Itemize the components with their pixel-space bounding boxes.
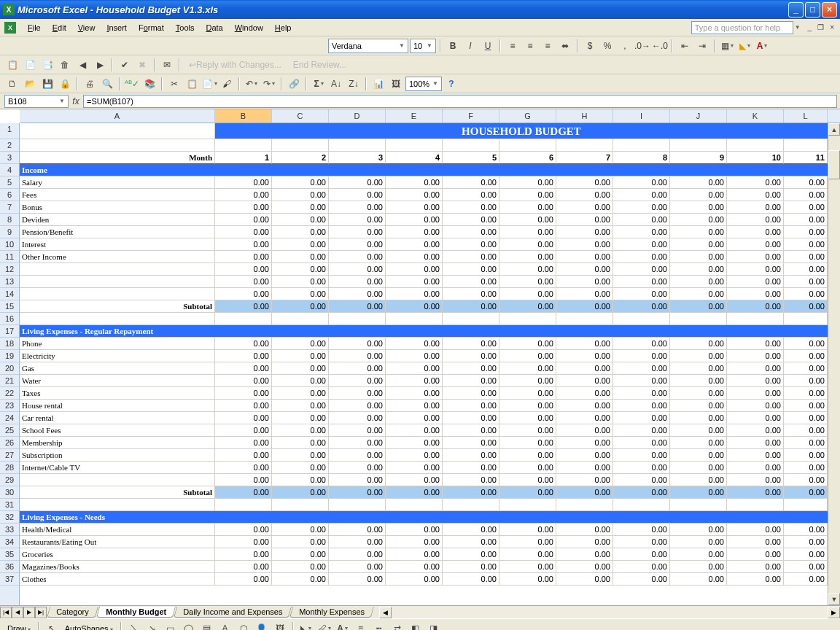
reject-change-icon[interactable]: ✖ <box>134 57 150 73</box>
cell[interactable]: 0.00 <box>329 561 386 573</box>
cell[interactable] <box>499 313 556 325</box>
cell[interactable]: 0.00 <box>499 462 556 474</box>
maximize-button[interactable]: □ <box>805 2 820 18</box>
cell[interactable]: 0.00 <box>499 573 556 586</box>
excel-doc-icon[interactable]: X <box>4 22 16 34</box>
cell[interactable]: 0.00 <box>272 536 329 548</box>
cell[interactable]: 0.00 <box>784 176 828 189</box>
cell[interactable]: 0.00 <box>670 350 727 362</box>
row-header[interactable]: 8 <box>0 214 19 226</box>
cell[interactable]: 0.00 <box>670 449 727 462</box>
open-button[interactable]: 📂 <box>22 76 38 92</box>
cell[interactable]: 0.00 <box>499 201 556 214</box>
cell[interactable]: Interest <box>20 238 215 251</box>
cell[interactable]: Pension/Benefit <box>20 226 215 238</box>
cell[interactable]: 0.00 <box>670 300 727 313</box>
cell[interactable]: 0.00 <box>443 573 499 586</box>
help-search-input[interactable]: Type a question for help <box>691 21 793 34</box>
cell[interactable]: 0.00 <box>784 561 828 573</box>
cell[interactable]: 0.00 <box>443 201 499 214</box>
cell[interactable]: 0.00 <box>215 524 272 536</box>
menu-data[interactable]: Data <box>200 21 228 34</box>
rectangle-icon[interactable]: ▭ <box>163 621 179 631</box>
cell[interactable]: 0.00 <box>272 238 329 251</box>
cell[interactable]: 0.00 <box>670 474 727 486</box>
cell[interactable]: 0.00 <box>499 214 556 226</box>
cell[interactable]: 0.00 <box>329 524 386 536</box>
cell[interactable]: 0.00 <box>272 524 329 536</box>
cell[interactable]: 0.00 <box>272 263 329 276</box>
column-header-G[interactable]: G <box>499 109 556 122</box>
cell[interactable]: 0.00 <box>386 300 443 313</box>
cell[interactable]: 0.00 <box>784 573 828 586</box>
cell[interactable]: 0.00 <box>727 412 784 424</box>
cell[interactable] <box>215 164 828 176</box>
cell[interactable]: 0.00 <box>329 536 386 548</box>
cell[interactable]: 0.00 <box>443 400 499 412</box>
doc-close-button[interactable]: × <box>828 23 836 31</box>
cell[interactable]: Membership <box>20 437 215 449</box>
cell[interactable]: 0.00 <box>556 437 613 449</box>
cell[interactable] <box>443 499 499 511</box>
cell[interactable]: 0.00 <box>556 176 613 189</box>
select-objects-icon[interactable]: ↖ <box>44 621 60 631</box>
row-header[interactable]: 37 <box>0 573 19 586</box>
cell[interactable]: 0.00 <box>727 524 784 536</box>
cell[interactable]: Taxes <box>20 387 215 400</box>
row-header[interactable]: 9 <box>0 226 19 238</box>
cell[interactable]: 0.00 <box>215 536 272 548</box>
cell[interactable]: 0.00 <box>215 437 272 449</box>
tab-prev-icon[interactable]: ◀ <box>12 607 23 618</box>
cell[interactable]: 0.00 <box>727 486 784 499</box>
row-header[interactable]: 30 <box>0 486 19 499</box>
cell[interactable]: 0.00 <box>727 449 784 462</box>
cell[interactable]: 0.00 <box>499 238 556 251</box>
cell[interactable]: 0.00 <box>784 201 828 214</box>
cell[interactable]: 0.00 <box>670 338 727 350</box>
cell[interactable]: 0.00 <box>727 214 784 226</box>
cell[interactable]: 0.00 <box>613 226 670 238</box>
cell[interactable]: 0.00 <box>784 189 828 201</box>
cell[interactable] <box>556 139 613 152</box>
cell[interactable]: 0.00 <box>499 189 556 201</box>
cell[interactable]: 0.00 <box>727 201 784 214</box>
cell[interactable]: Restaurants/Eating Out <box>20 536 215 548</box>
cell[interactable]: 0.00 <box>727 548 784 561</box>
cell[interactable] <box>215 511 828 524</box>
cell[interactable]: 0.00 <box>215 387 272 400</box>
cell[interactable]: 0.00 <box>443 375 499 387</box>
cell[interactable]: 0.00 <box>215 462 272 474</box>
row-header[interactable]: 20 <box>0 362 19 375</box>
cell[interactable]: 0.00 <box>556 189 613 201</box>
cell[interactable]: 0.00 <box>272 437 329 449</box>
cell[interactable]: 0.00 <box>272 201 329 214</box>
cell[interactable]: 0.00 <box>329 387 386 400</box>
cell[interactable]: 0.00 <box>556 338 613 350</box>
cell[interactable]: 0.00 <box>215 338 272 350</box>
cell[interactable]: 0.00 <box>727 375 784 387</box>
fill-color-draw-icon[interactable]: ◣▾ <box>298 621 314 631</box>
cell[interactable]: 0.00 <box>556 214 613 226</box>
cell[interactable]: Income <box>20 164 215 176</box>
cell[interactable]: Month <box>20 152 215 164</box>
cell[interactable] <box>670 499 727 511</box>
increase-indent-button[interactable]: ⇥ <box>694 38 710 54</box>
cell[interactable]: Other Income <box>20 251 215 263</box>
cell[interactable]: 0.00 <box>386 412 443 424</box>
cell[interactable]: 0.00 <box>727 226 784 238</box>
cell[interactable]: 0.00 <box>386 474 443 486</box>
menu-view[interactable]: View <box>72 21 101 34</box>
save-button[interactable]: 💾 <box>39 76 55 92</box>
cell[interactable]: 0.00 <box>329 412 386 424</box>
cell[interactable]: 0.00 <box>556 288 613 300</box>
borders-button[interactable]: ▦▾ <box>719 38 735 54</box>
cell[interactable]: 0.00 <box>784 524 828 536</box>
diagram-icon[interactable]: ⬡ <box>236 621 252 631</box>
cell[interactable]: 0.00 <box>215 561 272 573</box>
cell[interactable]: 0.00 <box>613 350 670 362</box>
cell[interactable] <box>272 499 329 511</box>
cell[interactable]: 0.00 <box>499 362 556 375</box>
cell[interactable] <box>20 499 215 511</box>
cell[interactable]: 0.00 <box>556 486 613 499</box>
menu-help[interactable]: Help <box>269 21 298 34</box>
